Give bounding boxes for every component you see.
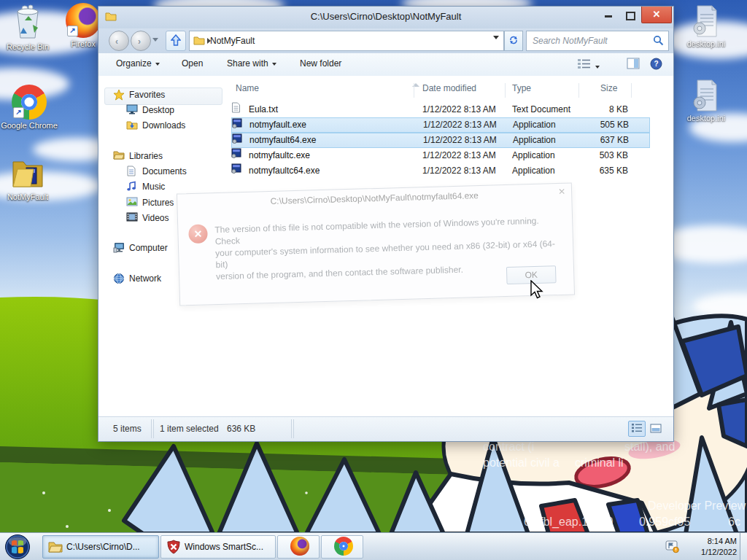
desktop-icon-recycle-bin[interactable]: Recycle Bin	[0, 3, 58, 52]
file-row-eula[interactable]: Eula.txt1/12/2022 8:13 AM Text Document8…	[231, 102, 649, 117]
firefox-icon	[290, 537, 309, 556]
svg-text:?: ?	[654, 60, 658, 68]
details-view-toggle[interactable]	[628, 421, 646, 437]
ini-file-icon	[690, 79, 722, 112]
minimize-button[interactable]	[597, 7, 619, 23]
address-folder-icon	[193, 35, 205, 45]
preview-pane-icon	[627, 58, 640, 69]
details-view-icon	[631, 423, 643, 433]
taskbar-button-explorer[interactable]: C:\Users\Cirno\D...	[42, 535, 159, 559]
up-button[interactable]	[166, 31, 186, 51]
address-dropdown-arrow[interactable]	[493, 39, 499, 52]
forward-button[interactable]: ›	[131, 31, 151, 51]
desktop-icon-desktop-ini-1[interactable]: desktop.ini	[676, 4, 737, 49]
mouse-cursor	[530, 280, 544, 300]
maximize-button[interactable]	[619, 7, 641, 23]
refresh-button[interactable]	[504, 31, 523, 51]
column-name[interactable]: Name	[236, 83, 259, 93]
icon-label: desktop.ini	[676, 114, 737, 123]
icon-label: Google Chrome	[0, 121, 60, 131]
taskbar-button-chrome[interactable]	[321, 535, 363, 559]
watermark-build: 0.959cf95	[639, 516, 690, 529]
close-button[interactable]: ✕	[641, 7, 672, 23]
watermark-fragment: criminal li	[575, 456, 624, 470]
show-desktop-button[interactable]	[740, 533, 747, 560]
desktop-icon-google-chrome[interactable]: ↗ Google Chrome	[0, 85, 60, 131]
video-icon	[126, 212, 138, 222]
search-icon[interactable]	[653, 35, 664, 46]
thumbnail-view-toggle[interactable]	[647, 421, 665, 437]
start-button[interactable]	[4, 534, 31, 560]
dialog-close-icon[interactable]: ✕	[558, 187, 565, 197]
downloads-icon	[126, 120, 138, 130]
chevron-down-icon	[272, 63, 276, 66]
desktop-icon-notmyfault[interactable]: NotMyFault	[0, 156, 58, 202]
desktop-screen: anner may cluding of nt or contract (i s…	[0, 0, 747, 560]
views-button[interactable]	[577, 58, 600, 71]
title-bar[interactable]: C:\Users\Cirno\Desktop\NotMyFault ✕	[98, 7, 673, 28]
action-center-flag-icon[interactable]	[665, 540, 680, 553]
recycle-bin-icon	[9, 3, 47, 41]
column-size[interactable]: Size	[600, 83, 617, 93]
error-icon: ✕	[188, 224, 208, 244]
picture-icon	[126, 197, 138, 206]
column-headers: Name Date modified Type Size	[230, 80, 651, 98]
command-toolbar: Organize Open Share with New folder	[98, 53, 673, 77]
folder-icon	[48, 540, 63, 553]
watermark-build: 64.fbl_eap.11080	[524, 516, 613, 529]
share-with-menu[interactable]: Share with	[227, 58, 276, 69]
watermark-edition: Developer Preview	[648, 499, 746, 513]
shortcut-arrow-icon: ↗	[67, 26, 78, 36]
search-placeholder: Search NotMyFault	[533, 36, 608, 46]
up-arrow-icon	[171, 34, 181, 46]
application-file-icon	[231, 163, 241, 174]
help-button[interactable]: ?	[650, 58, 662, 72]
desktop-icon-desktop-ini-2[interactable]: desktop.ini	[676, 79, 737, 123]
thumbnail-view-icon	[650, 424, 662, 433]
icon-label: Recycle Bin	[0, 42, 58, 52]
file-row-notmyfault-exe[interactable]: notmyfault.exe1/12/2022 8:13 AM Applicat…	[231, 117, 650, 133]
back-button[interactable]: ‹	[109, 31, 129, 51]
recent-pages-dropdown[interactable]	[152, 38, 158, 42]
document-icon	[126, 166, 136, 176]
application-file-icon	[232, 133, 242, 144]
window-title: C:\Users\Cirno\Desktop\NotMyFault	[98, 11, 673, 22]
libraries-icon	[113, 150, 125, 160]
close-icon: ✕	[653, 9, 661, 20]
music-note-icon	[126, 181, 136, 192]
error-dialog-fading: C:\Users\Cirno\Desktop\NotMyFault\notmyf…	[177, 182, 575, 306]
application-file-icon	[232, 118, 242, 128]
watermark-fragment: potential civil a	[483, 456, 560, 470]
navigation-bar: ‹ › NotMyFault	[98, 28, 673, 53]
new-folder-button[interactable]: New folder	[300, 58, 341, 69]
breadcrumb[interactable]: NotMyFault	[210, 36, 255, 46]
taskbar-button-smartscreen[interactable]: Windows SmartSc...	[160, 535, 276, 559]
help-icon: ?	[650, 58, 662, 70]
taskbar: C:\Users\Cirno\D... Windows SmartSc... 8…	[0, 532, 747, 560]
file-row-notmyfault64-exe[interactable]: notmyfault64.exe1/12/2022 8:13 AM Applic…	[231, 133, 650, 148]
open-button[interactable]: Open	[182, 58, 203, 69]
shortcut-arrow-icon: ↗	[13, 107, 24, 118]
address-bar[interactable]: NotMyFault	[189, 31, 504, 51]
taskbar-clock[interactable]: 8:14 AM 1/12/2022	[701, 536, 737, 558]
column-date-modified[interactable]: Date modified	[422, 83, 476, 93]
chrome-icon	[334, 537, 353, 556]
back-arrow-icon: ‹	[115, 36, 118, 47]
search-input[interactable]: Search NotMyFault	[526, 31, 669, 51]
taskbar-button-firefox[interactable]	[277, 535, 320, 559]
icon-label: desktop.ini	[676, 39, 737, 49]
preview-pane-button[interactable]	[627, 58, 640, 71]
clock-time: 8:14 AM	[701, 536, 737, 547]
file-row-notmyfaultc64-exe[interactable]: notmyfaultc64.exe1/12/2022 8:13 AM Appli…	[231, 163, 649, 179]
views-icon	[577, 58, 592, 69]
status-bar: 5 items 1 item selected 636 KB	[98, 416, 673, 441]
ini-file-icon	[690, 4, 722, 38]
status-selected-size: 636 KB	[227, 424, 255, 434]
column-type[interactable]: Type	[512, 83, 531, 93]
file-row-notmyfaultc-exe[interactable]: notmyfaultc.exe1/12/2022 8:13 AM Applica…	[231, 148, 649, 163]
maximize-icon	[626, 12, 635, 20]
status-selected-count: 1 item selected	[160, 424, 219, 434]
application-file-icon	[231, 148, 241, 158]
refresh-icon	[508, 35, 519, 45]
organize-menu[interactable]: Organize	[116, 58, 160, 69]
